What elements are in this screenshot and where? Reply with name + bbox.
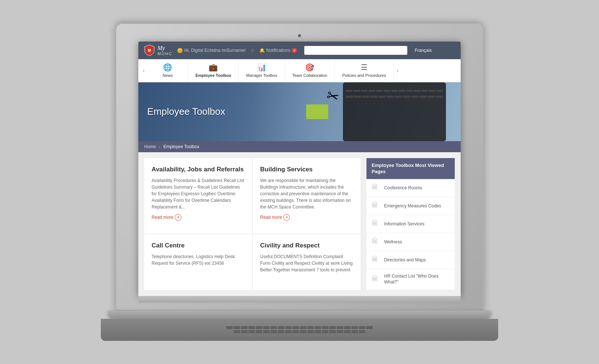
- nav-label-news: News: [163, 73, 173, 78]
- nav-label-policies: Policies and Procedures: [342, 73, 386, 78]
- green-notepad: [306, 104, 328, 119]
- card-call-text: Telephone directories. Logistics Help De…: [152, 253, 245, 267]
- logo-area[interactable]: M My MUHC: [144, 44, 173, 56]
- shield-logo-icon: M: [144, 44, 155, 56]
- main-nav: ‹ 🌐 News 💼 Employee Toolbox 📊 Manager To…: [138, 59, 461, 82]
- language-switcher[interactable]: Français: [415, 48, 432, 53]
- sidebar-item-conference-rooms[interactable]: 🏛 Conference Rooms: [366, 179, 455, 197]
- card-availability-read-more[interactable]: Read more +: [152, 214, 245, 221]
- key: [337, 330, 343, 333]
- conference-rooms-icon: 🏛: [372, 183, 380, 192]
- nav-next-arrow-icon[interactable]: ›: [394, 67, 401, 74]
- sidebar-link-wellness: Wellness: [384, 239, 402, 245]
- key: [270, 326, 277, 329]
- key: [329, 330, 336, 333]
- key: [344, 330, 351, 333]
- card-civility[interactable]: Civility and Respect Useful DOCUMENTS De…: [253, 234, 361, 290]
- laptop-base: [108, 311, 491, 319]
- sidebar-link-info-services: Information Services: [384, 221, 424, 227]
- key: [263, 326, 270, 329]
- smiley-icon: 😊: [177, 48, 183, 53]
- sidebar-link-directories: Directories and Maps: [384, 257, 426, 263]
- notifications-area[interactable]: 🔔 Notifications 0: [259, 48, 297, 53]
- nav-item-team-collaboration[interactable]: 🎯 Team Collaboration: [285, 59, 335, 82]
- policies-icon: ☰: [361, 63, 368, 72]
- key: [300, 330, 306, 333]
- nav-item-policies[interactable]: ☰ Policies and Procedures: [335, 59, 394, 82]
- key: [322, 326, 329, 329]
- laptop-keyboard: [101, 319, 498, 341]
- key: [241, 326, 248, 329]
- card-availability-title: Availability, Jobs and Referrals: [152, 165, 245, 174]
- manager-toolbox-icon: 📊: [257, 63, 266, 72]
- key: [234, 330, 240, 333]
- card-availability[interactable]: Availability, Jobs and Referrals Availab…: [144, 158, 252, 233]
- main-content: Availability, Jobs and Referrals Availab…: [138, 152, 461, 296]
- read-more-circle-icon: +: [175, 214, 181, 221]
- key: [344, 326, 351, 329]
- svg-text:M: M: [148, 49, 151, 53]
- key: [307, 326, 314, 329]
- key: [300, 326, 306, 329]
- info-services-icon: 🏛: [372, 220, 380, 228]
- key: [256, 326, 262, 329]
- read-more-label-2: Read more: [260, 215, 282, 220]
- card-availability-text: Availability Procedures & Guidelines Rec…: [152, 177, 245, 210]
- card-civility-title: Civility and Respect: [260, 242, 353, 250]
- screen-bezel: M My MUHC 😊 Hi, Digital Echidna noSurnam…: [116, 23, 483, 310]
- nav-item-manager-toolbox[interactable]: 📊 Manager Toolbox: [239, 59, 285, 82]
- wellness-icon: 🏛: [372, 238, 380, 246]
- sidebar-item-emergency-measures[interactable]: 🏛 Emergency Measures Codes: [366, 197, 455, 215]
- card-call-centre[interactable]: Call Centre Telephone directories. Logis…: [144, 234, 252, 290]
- keyboard-row-2: [108, 330, 491, 333]
- key: [278, 330, 284, 333]
- breadcrumb-home[interactable]: Home: [144, 144, 156, 149]
- key: [241, 330, 248, 333]
- nav-label-employee-toolbox: Employee Toolbox: [195, 73, 231, 78]
- card-building-read-more[interactable]: Read more +: [260, 214, 353, 221]
- notifications-label: Notifications: [266, 48, 290, 53]
- key: [315, 330, 321, 333]
- sidebar-item-information-services[interactable]: 🏛 Information Services: [366, 215, 455, 233]
- key: [270, 330, 277, 333]
- team-collab-icon: 🎯: [305, 63, 314, 72]
- nav-item-employee-toolbox[interactable]: 💼 Employee Toolbox: [188, 59, 239, 82]
- hero-banner: ✂ Employee Toolbox: [138, 82, 461, 141]
- card-building-services[interactable]: Building Services We are responsible for…: [253, 158, 361, 233]
- key: [285, 326, 292, 329]
- emergency-icon: 🏛: [372, 201, 380, 210]
- sidebar-link-conference-rooms: Conference Rooms: [384, 185, 422, 191]
- sidebar-item-wellness[interactable]: 🏛 Wellness: [366, 233, 455, 251]
- bell-icon: 🔔: [259, 48, 265, 53]
- key: [351, 330, 358, 333]
- key: [351, 326, 358, 329]
- read-more-label: Read more: [152, 215, 173, 220]
- card-call-title: Call Centre: [152, 242, 245, 250]
- nav-label-manager-toolbox: Manager Toolbox: [246, 73, 277, 78]
- laptop-frame: M My MUHC 😊 Hi, Digital Echidna noSurnam…: [116, 23, 483, 340]
- nav-item-news[interactable]: 🌐 News: [148, 59, 188, 82]
- hr-contact-icon: 🏛: [372, 275, 380, 284]
- sidebar-item-hr-contact[interactable]: 🏛 HR Contact List "Who Does What?": [366, 269, 455, 290]
- nav-label-team-collaboration: Team Collaboration: [293, 73, 327, 78]
- content-grid: Availability, Jobs and Referrals Availab…: [144, 158, 361, 290]
- search-input[interactable]: [304, 46, 407, 55]
- sidebar-link-emergency: Emergency Measures Codes: [384, 203, 441, 209]
- breadcrumb-separator: ›: [159, 144, 160, 149]
- key: [366, 326, 373, 329]
- key: [248, 330, 255, 333]
- key: [256, 330, 262, 333]
- favorite-star-icon[interactable]: ☆: [250, 47, 255, 53]
- directories-icon: 🏛: [372, 256, 380, 264]
- key: [226, 326, 233, 329]
- hero-title: Employee Toolbox: [138, 106, 234, 117]
- notifications-count: 0: [292, 48, 297, 53]
- key: [248, 326, 255, 329]
- laptop-camera: [298, 34, 301, 37]
- read-more-circle-icon-2: +: [283, 214, 290, 221]
- nav-prev-arrow-icon[interactable]: ‹: [140, 67, 148, 74]
- search-area[interactable]: [304, 46, 407, 55]
- sidebar-item-directories[interactable]: 🏛 Directories and Maps: [366, 251, 455, 269]
- logo-text: My MUHC: [157, 45, 173, 56]
- sidebar-header: Employee Toolbox Most Viewed Pages: [366, 158, 455, 179]
